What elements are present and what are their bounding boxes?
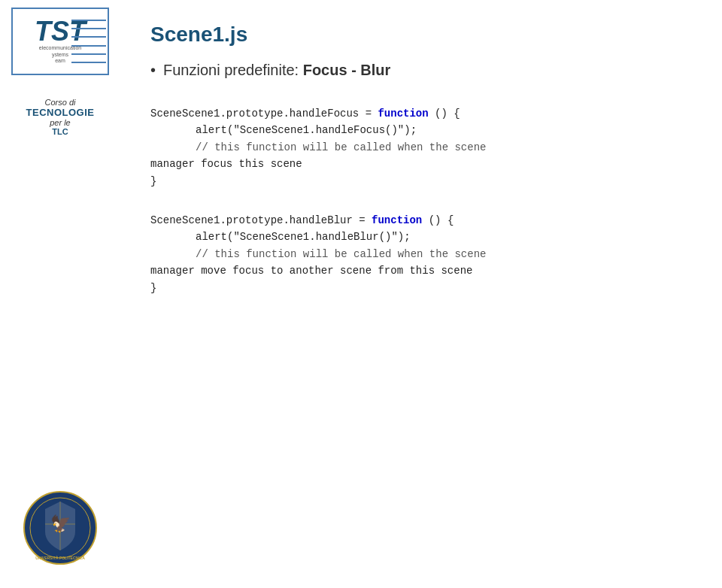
code-block-handleblur: SceneScene1.prototype.handleBlur = funct…	[150, 212, 692, 296]
subtitle-row: • Funzioni predefinite: Focus - Blur	[150, 62, 692, 102]
code-keyword-1: function	[378, 108, 428, 120]
code-line-4: manager focus this scene	[150, 156, 692, 172]
subtitle-regular: Funzioni predefinite:	[163, 62, 303, 78]
code-post-1: () {	[429, 108, 460, 120]
code-line-3: // this function will be called when the…	[150, 139, 692, 156]
subtitle: Funzioni predefinite: Focus - Blur	[163, 62, 390, 79]
code-line-b1: SceneScene1.prototype.handleBlur = funct…	[150, 212, 692, 229]
code-manager-1: manager focus this scene	[150, 158, 302, 170]
main-content: Scene1.js • Funzioni predefinite: Focus …	[120, 0, 722, 588]
code-close-1: }	[150, 175, 156, 187]
code-pre-b1: SceneScene1.prototype.handleBlur =	[150, 214, 372, 226]
code-line-b3: // this function will be called when the…	[150, 246, 692, 262]
corso-sub: TLC	[26, 127, 95, 136]
code-line-b4: manager move focus to another scene from…	[150, 262, 692, 279]
code-alert-1: alert("SceneScene1.handleFocus()");	[196, 124, 417, 136]
corso-per: per le	[26, 118, 95, 127]
page-layout: TST elecommunicationystemseam Corso di T…	[0, 0, 722, 588]
code-post-b1: () {	[422, 214, 454, 226]
svg-text:🦅: 🦅	[50, 514, 71, 534]
svg-text:UNIVERSITÀ POLITECNICA: UNIVERSITÀ POLITECNICA	[35, 556, 85, 560]
code-comment-1: // this function will be called when the…	[196, 141, 486, 153]
bullet-icon: •	[150, 62, 156, 79]
logo-universita: 🦅 UNIVERSITÀ POLITECNICA	[23, 490, 98, 565]
code-block-handlefocus: SceneScene1.prototype.handleFocus = func…	[150, 105, 692, 189]
code-line-b2: alert("SceneScene1.handleBlur()");	[150, 229, 692, 245]
code-close-b1: }	[150, 282, 156, 294]
subtitle-bold: Focus - Blur	[303, 62, 391, 78]
corso-label: Corso di	[26, 98, 95, 107]
corso-title: TECNOLOGIE	[26, 107, 95, 118]
code-comment-b1: // this function will be called when the…	[196, 248, 486, 260]
sidebar: TST elecommunicationystemseam Corso di T…	[0, 0, 120, 588]
logo-lines	[70, 9, 108, 74]
code-line-5: }	[150, 173, 692, 189]
code-line-b5: }	[150, 280, 692, 296]
code-alert-b1: alert("SceneScene1.handleBlur()");	[196, 231, 411, 243]
page-title: Scene1.js	[150, 23, 692, 47]
code-keyword-b1: function	[372, 214, 422, 226]
code-manager-b1: manager move focus to another scene from…	[150, 265, 472, 277]
logo-tst: TST elecommunicationystemseam	[11, 8, 109, 75]
code-line-1: SceneScene1.prototype.handleFocus = func…	[150, 105, 692, 122]
code-line-2: alert("SceneScene1.handleFocus()");	[150, 122, 692, 138]
corso-box: Corso di TECNOLOGIE per le TLC	[26, 98, 95, 136]
code-pre-1: SceneScene1.prototype.handleFocus =	[150, 108, 378, 120]
